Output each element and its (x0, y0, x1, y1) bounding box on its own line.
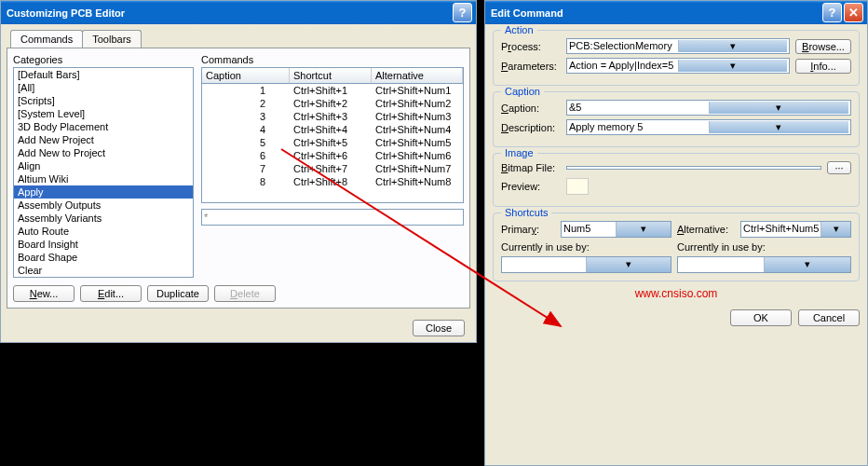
edit-command-dialog: Edit Command ? ✕ Action Process: PCB:Sel… (484, 0, 868, 466)
command-row[interactable]: 6Ctrl+Shift+6Ctrl+Shift+Num6 (202, 149, 463, 162)
chevron-down-icon[interactable]: ▾ (678, 60, 788, 72)
group-title: Image (501, 147, 537, 158)
group-title: Caption (501, 86, 544, 97)
alternative-label: Alternative: (677, 224, 735, 235)
command-row[interactable]: 4Ctrl+Shift+4Ctrl+Shift+Num4 (202, 123, 463, 136)
categories-label: Categories (13, 54, 194, 65)
process-combo[interactable]: PCB:SelectionMemory▾ (566, 38, 790, 54)
chevron-down-icon[interactable]: ▾ (586, 257, 671, 272)
category-item[interactable]: Add New to Project (14, 146, 193, 159)
chevron-down-icon[interactable]: ▾ (821, 222, 850, 237)
chevron-down-icon[interactable]: ▾ (764, 257, 850, 272)
categories-listbox[interactable]: [Default Bars][All][Scripts][System Leve… (13, 67, 194, 278)
group-title: Action (501, 24, 537, 35)
currently-primary-combo[interactable]: ▾ (501, 256, 671, 273)
col-caption[interactable]: Caption (202, 68, 290, 83)
delete-button: Delete (214, 285, 276, 302)
chevron-down-icon[interactable]: ▾ (709, 121, 849, 133)
bitmap-browse-button[interactable]: ··· (827, 161, 851, 174)
preview-label: Preview: (501, 181, 561, 192)
currently-label: Currently in use by: (677, 241, 851, 253)
browse-button[interactable]: Browse... (795, 39, 851, 54)
close-button[interactable]: Close (413, 320, 465, 336)
command-row[interactable]: 1Ctrl+Shift+1Ctrl+Shift+Num1 (202, 84, 463, 97)
command-row[interactable]: 3Ctrl+Shift+3Ctrl+Shift+Num3 (202, 110, 463, 123)
ok-button[interactable]: OK (730, 309, 792, 326)
image-group: Image Bitmap File: ··· Preview: (493, 153, 860, 207)
col-alternative[interactable]: Alternative (372, 68, 463, 83)
caption-group: Caption Caption: &5▾ Description: Apply … (493, 91, 860, 147)
chevron-down-icon[interactable]: ▾ (709, 102, 849, 114)
description-combo[interactable]: Apply memory 5▾ (566, 119, 851, 135)
cancel-button[interactable]: Cancel (798, 309, 860, 326)
group-title: Shortcuts (501, 207, 551, 218)
parameters-combo[interactable]: Action = Apply|Index=5▾ (566, 58, 790, 74)
filter-input[interactable] (201, 209, 464, 226)
commands-list[interactable]: 1Ctrl+Shift+1Ctrl+Shift+Num12Ctrl+Shift+… (201, 84, 464, 203)
primary-combo[interactable]: Num5▾ (561, 221, 671, 238)
commands-label: Commands (201, 54, 464, 65)
window-title: Customizing PCB Editor (7, 7, 451, 19)
action-group: Action Process: PCB:SelectionMemory▾ Bro… (493, 30, 860, 86)
watermark: www.cnsiso.com (493, 287, 860, 300)
customize-dialog: Customizing PCB Editor ? Commands Toolba… (0, 0, 477, 343)
parameters-label: Parameters: (501, 61, 561, 72)
help-button[interactable]: ? (822, 3, 842, 22)
col-shortcut[interactable]: Shortcut (290, 68, 372, 83)
command-row[interactable]: 7Ctrl+Shift+7Ctrl+Shift+Num7 (202, 162, 463, 175)
category-item[interactable]: Assembly Outputs (14, 199, 193, 212)
category-item[interactable]: Auto Route (14, 225, 193, 238)
window-title: Edit Command (491, 7, 821, 19)
titlebar[interactable]: Edit Command ? ✕ (485, 1, 867, 24)
titlebar[interactable]: Customizing PCB Editor ? (1, 1, 476, 24)
category-item[interactable]: [Default Bars] (14, 68, 193, 81)
close-icon[interactable]: ✕ (844, 3, 863, 22)
caption-combo[interactable]: &5▾ (566, 100, 851, 116)
new-button[interactable]: New... (13, 285, 75, 302)
description-label: Description: (501, 122, 561, 133)
tab-commands[interactable]: Commands (10, 30, 83, 48)
primary-label: Primary: (501, 224, 555, 235)
category-item[interactable]: Clear (14, 264, 193, 277)
category-item[interactable]: Apply (14, 185, 193, 199)
help-button[interactable]: ? (453, 3, 472, 22)
category-item[interactable]: Add New Project (14, 133, 193, 146)
tab-toolbars[interactable]: Toolbars (82, 30, 142, 48)
info-button[interactable]: Info... (795, 59, 851, 74)
duplicate-button[interactable]: Duplicate (147, 285, 209, 302)
category-item[interactable]: Board Shape (14, 251, 193, 264)
category-item[interactable]: [All] (14, 81, 193, 94)
currently-alternative-combo[interactable]: ▾ (677, 256, 851, 273)
alternative-combo[interactable]: Ctrl+Shift+Num5▾ (740, 221, 851, 238)
caption-label: Caption: (501, 103, 561, 114)
currently-label: Currently in use by: (501, 241, 671, 253)
category-item[interactable]: Component Actions (14, 277, 193, 278)
command-row[interactable]: 2Ctrl+Shift+2Ctrl+Shift+Num2 (202, 97, 463, 110)
category-item[interactable]: [Scripts] (14, 94, 193, 107)
category-item[interactable]: Assembly Variants (14, 212, 193, 225)
category-item[interactable]: Altium Wiki (14, 172, 193, 185)
bitmap-label: Bitmap File: (501, 162, 561, 173)
command-row[interactable]: 5Ctrl+Shift+5Ctrl+Shift+Num5 (202, 136, 463, 149)
category-item[interactable]: [System Level] (14, 107, 193, 120)
command-row[interactable]: 8Ctrl+Shift+8Ctrl+Shift+Num8 (202, 175, 463, 188)
category-item[interactable]: 3D Body Placement (14, 120, 193, 133)
process-label: Process: (501, 41, 561, 52)
shortcuts-group: Shortcuts Primary: Num5▾ Alternative: Ct… (493, 212, 860, 281)
preview-box (566, 178, 589, 195)
edit-button[interactable]: Edit... (80, 285, 142, 302)
commands-header[interactable]: Caption Shortcut Alternative (201, 67, 464, 84)
bitmap-input[interactable] (566, 166, 821, 170)
category-item[interactable]: Align (14, 159, 193, 172)
chevron-down-icon[interactable]: ▾ (678, 40, 788, 52)
chevron-down-icon[interactable]: ▾ (616, 222, 671, 237)
category-item[interactable]: Board Insight (14, 238, 193, 251)
